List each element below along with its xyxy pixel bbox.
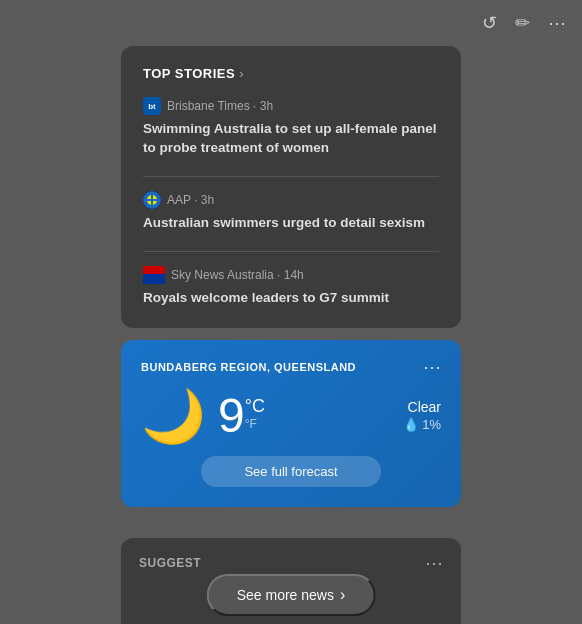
- divider-1: [143, 176, 439, 177]
- weather-left: 🌙 9 °C °F: [141, 390, 265, 442]
- suggested-dots-icon[interactable]: ⋯: [425, 552, 443, 574]
- temp-number: 9: [218, 392, 245, 440]
- weather-rain: 💧 1%: [403, 417, 441, 432]
- weather-description: Clear: [403, 399, 441, 415]
- news-headline-1: Swimming Australia to set up all-female …: [143, 120, 439, 158]
- weather-temp: 9 °C °F: [218, 392, 265, 440]
- see-more-chevron-icon: ›: [340, 586, 345, 604]
- news-headline-3: Royals welcome leaders to G7 summit: [143, 289, 439, 308]
- cards-container: TOP STORIES › bt Brisbane Times · 3h Swi…: [0, 46, 582, 507]
- weather-more-icon[interactable]: ⋯: [423, 356, 441, 378]
- weather-right: Clear 💧 1%: [403, 399, 441, 432]
- weather-card: BUNDABERG REGION, QUEENSLAND ⋯ 🌙 9 °C °F…: [121, 340, 461, 507]
- svg-rect-3: [143, 275, 165, 284]
- see-more-label: See more news: [237, 587, 334, 603]
- suggested-label: SUGGEST: [139, 556, 201, 570]
- news-source-row-2: AAP · 3h: [143, 191, 439, 209]
- refresh-icon[interactable]: ↺: [482, 12, 497, 34]
- svg-rect-5: [143, 274, 165, 276]
- source-logo-sky: [143, 266, 165, 284]
- source-name-3: Sky News Australia · 14h: [171, 268, 304, 282]
- top-stories-header[interactable]: TOP STORIES ›: [143, 66, 439, 81]
- weather-header: BUNDABERG REGION, QUEENSLAND ⋯: [141, 356, 441, 378]
- weather-condition-icon: 🌙: [141, 390, 206, 442]
- top-stories-title: TOP STORIES: [143, 66, 235, 81]
- see-full-forecast-button[interactable]: See full forecast: [201, 456, 381, 487]
- rain-percent: 1%: [422, 417, 441, 432]
- temp-fahrenheit: °F: [245, 417, 265, 431]
- svg-rect-4: [143, 266, 165, 275]
- temp-units: °C °F: [245, 396, 265, 431]
- weather-location: BUNDABERG REGION, QUEENSLAND: [141, 361, 356, 373]
- top-stories-card: TOP STORIES › bt Brisbane Times · 3h Swi…: [121, 46, 461, 328]
- top-stories-chevron-icon: ›: [239, 66, 243, 81]
- more-options-icon[interactable]: ⋯: [548, 12, 566, 34]
- source-name-2: AAP · 3h: [167, 193, 214, 207]
- source-logo-bt: bt: [143, 97, 161, 115]
- weather-main: 🌙 9 °C °F Clear 💧 1%: [141, 390, 441, 442]
- divider-2: [143, 251, 439, 252]
- source-name-1: Brisbane Times · 3h: [167, 99, 273, 113]
- toolbar: ↺ ✏ ⋯: [0, 0, 582, 46]
- news-item-1[interactable]: bt Brisbane Times · 3h Swimming Australi…: [143, 97, 439, 158]
- news-source-row-3: Sky News Australia · 14h: [143, 266, 439, 284]
- news-item-2[interactable]: AAP · 3h Australian swimmers urged to de…: [143, 191, 439, 233]
- edit-icon[interactable]: ✏: [515, 12, 530, 34]
- rain-drop-icon: 💧: [403, 417, 419, 432]
- see-more-news-button[interactable]: See more news ›: [207, 574, 376, 616]
- bottom-section: SUGGEST ⋯ See more news ›: [121, 538, 461, 624]
- temp-celsius: °C: [245, 396, 265, 417]
- news-headline-2: Australian swimmers urged to detail sexi…: [143, 214, 439, 233]
- news-item-3[interactable]: Sky News Australia · 14h Royals welcome …: [143, 266, 439, 308]
- source-logo-aap: [143, 191, 161, 209]
- news-source-row-1: bt Brisbane Times · 3h: [143, 97, 439, 115]
